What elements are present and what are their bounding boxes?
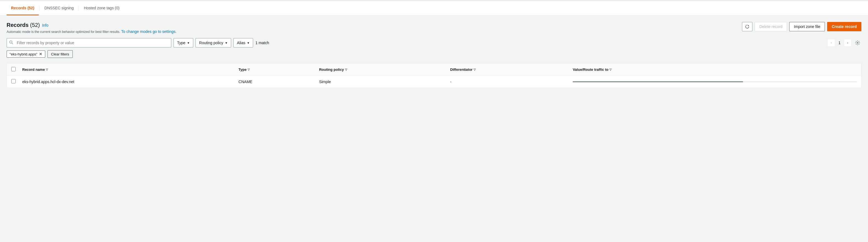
alias-dropdown[interactable]: Alias ▼ — [233, 38, 253, 47]
type-dropdown[interactable]: Type ▼ — [174, 38, 193, 47]
cell-value — [568, 76, 861, 88]
differentiator-sort-icon[interactable]: ▽ — [473, 68, 476, 71]
cell-differentiator: - — [446, 76, 568, 88]
active-filter-tag: "eks-hybrid.apps" ✕ — [7, 50, 45, 58]
search-icon — [9, 41, 13, 45]
next-page-button[interactable]: › — [844, 39, 851, 47]
value-expand-icon[interactable]: ▽ — [610, 68, 612, 71]
tab-dnssec[interactable]: DNSSEC signing — [40, 1, 78, 15]
column-settings-button[interactable] — [854, 39, 861, 47]
type-sort-icon[interactable]: ▽ — [248, 68, 250, 71]
select-all-checkbox[interactable] — [11, 67, 16, 71]
col-differentiator: Differentiator ▽ — [446, 64, 568, 76]
filter-tag-value: "eks-hybrid.apps" — [10, 52, 37, 56]
create-record-button[interactable]: Create record — [827, 22, 861, 31]
tab-divider-2 — [79, 5, 79, 11]
refresh-icon — [745, 25, 749, 29]
table-row: eks-hybrid.apps.hcl-dx-dev.net CNAME Sim… — [7, 76, 861, 88]
refresh-button[interactable] — [742, 22, 752, 31]
page-number: 1 — [836, 41, 843, 45]
value-scrollbar[interactable] — [572, 81, 857, 82]
row-checkbox-col — [7, 76, 18, 88]
col-type: Type ▽ — [234, 64, 315, 76]
tabs-bar: Records (52) DNSSEC signing Hosted zone … — [0, 1, 868, 15]
search-box-container — [7, 38, 171, 47]
svg-line-1 — [12, 43, 13, 44]
filter-tag-close-button[interactable]: ✕ — [39, 52, 42, 56]
match-count: 1 match — [255, 41, 269, 45]
import-zone-file-button[interactable]: Import zone file — [789, 22, 825, 31]
search-input[interactable] — [7, 38, 171, 47]
col-value: Value/Route traffic to ▽ — [568, 64, 861, 76]
cell-type: CNAME — [234, 76, 315, 88]
info-link[interactable]: Info — [42, 23, 48, 28]
row-checkbox[interactable] — [11, 79, 16, 83]
records-header: Records (52) Info Automatic mode is the … — [7, 22, 861, 34]
svg-point-2 — [857, 42, 858, 43]
page-title: Records (52) — [7, 22, 40, 28]
records-table: Record name ▽ Type ▽ Routing policy — [7, 64, 861, 88]
prev-page-button[interactable]: ‹ — [827, 39, 835, 47]
type-dropdown-caret: ▼ — [187, 41, 190, 44]
routing-policy-sort-icon[interactable]: ▽ — [345, 68, 347, 71]
tags-row: "eks-hybrid.apps" ✕ Clear filters — [7, 50, 861, 58]
svg-point-0 — [10, 41, 12, 43]
subtitle: Automatic mode is the current search beh… — [7, 29, 177, 34]
settings-link[interactable]: To change modes go to settings. — [121, 29, 177, 34]
cell-record-name: eks-hybrid.apps.hcl-dx-dev.net — [18, 76, 234, 88]
delete-record-button[interactable]: Delete record — [755, 22, 787, 31]
records-title: Records (52) Info — [7, 22, 177, 28]
routing-policy-dropdown[interactable]: Routing policy ▼ — [195, 38, 231, 47]
value-scrollbar-thumb — [572, 81, 743, 82]
table-header-row: Record name ▽ Type ▽ Routing policy — [7, 64, 861, 76]
alias-dropdown-caret: ▼ — [247, 41, 250, 44]
action-buttons: Delete record Import zone file Create re… — [742, 22, 861, 31]
tab-hosted-zone-tags[interactable]: Hosted zone tags (0) — [79, 1, 124, 15]
tab-divider-1 — [39, 5, 39, 11]
records-header-left: Records (52) Info Automatic mode is the … — [7, 22, 177, 34]
pagination: ‹ 1 › — [827, 39, 851, 47]
main-content: Records (52) Info Automatic mode is the … — [0, 15, 868, 94]
cell-routing-policy: Simple — [315, 76, 445, 88]
record-name-sort-icon[interactable]: ▽ — [46, 68, 48, 71]
col-routing-policy: Routing policy ▽ — [315, 64, 445, 76]
col-record-name: Record name ▽ — [18, 64, 234, 76]
records-table-container: Record name ▽ Type ▽ Routing policy — [7, 63, 861, 88]
clear-filters-button[interactable]: Clear filters — [48, 50, 73, 58]
select-all-col — [7, 64, 18, 76]
tab-records[interactable]: Records (52) — [7, 1, 39, 15]
routing-policy-dropdown-caret: ▼ — [225, 41, 227, 44]
filter-bar: Type ▼ Routing policy ▼ Alias ▼ 1 match … — [7, 38, 861, 47]
